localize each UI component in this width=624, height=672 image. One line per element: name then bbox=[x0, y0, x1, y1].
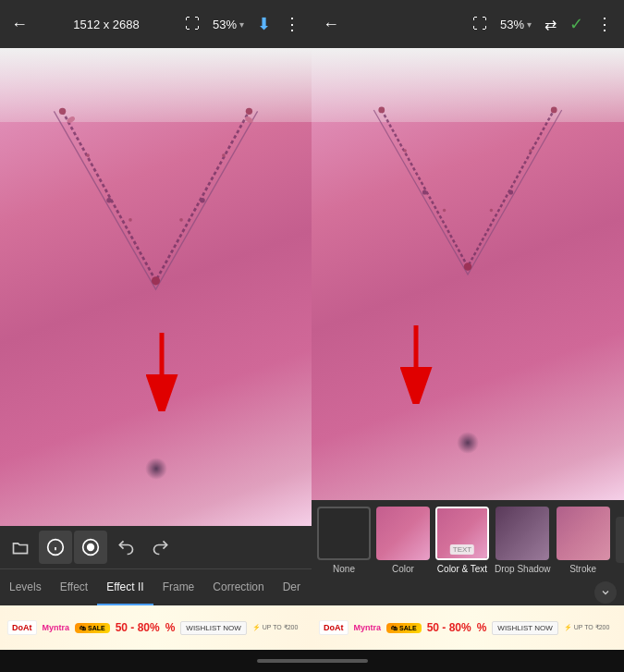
expand-icon-left[interactable]: ⛶ bbox=[185, 16, 200, 32]
svg-point-0 bbox=[59, 108, 66, 115]
ad-wishlist-button[interactable]: WISHLIST NOW bbox=[180, 621, 246, 635]
header-icons-left: ⛶ 53% ▾ ⬇ ⋮ bbox=[185, 14, 300, 34]
image-dimensions-area: 1512 x 2688 bbox=[39, 18, 174, 31]
zoom-control-right[interactable]: 53% ▾ bbox=[500, 18, 532, 31]
garment-image-left bbox=[0, 48, 312, 526]
swap-icon[interactable]: ⇄ bbox=[544, 16, 557, 33]
frame-label-color: Color bbox=[392, 564, 414, 574]
confirm-check-icon[interactable]: ✓ bbox=[569, 14, 583, 34]
image-area-right bbox=[312, 48, 624, 500]
zoom-label-right: 53% bbox=[500, 18, 524, 31]
svg-point-21 bbox=[508, 189, 513, 194]
ad-content-left: DoAt Myntra 🛍 SALE 50 - 80% % WISHLIST N… bbox=[7, 620, 304, 635]
svg-point-25 bbox=[490, 209, 493, 212]
right-panel: ← ⛶ 53% ▾ ⇄ ✓ ⋮ bbox=[312, 0, 624, 650]
svg-point-2 bbox=[152, 276, 160, 285]
svg-point-23 bbox=[404, 149, 407, 152]
svg-point-8 bbox=[222, 153, 226, 157]
svg-point-22 bbox=[551, 107, 557, 114]
zoom-control-left[interactable]: 53% ▾ bbox=[213, 18, 244, 31]
svg-point-18 bbox=[378, 107, 385, 114]
ad-discount-text-right: 50 - 80% bbox=[427, 621, 471, 634]
frame-item-drop-shadow[interactable]: Drop Shadow bbox=[495, 507, 551, 574]
ad-logo-doat-right: DoAt bbox=[319, 620, 349, 635]
tab-effect-ii[interactable]: Effect II bbox=[97, 569, 153, 605]
frame-thumb-none bbox=[317, 507, 371, 560]
ad-banner-right[interactable]: DoAt Myntra 🛍 SALE 50 - 80% % WISHLIST N… bbox=[312, 605, 624, 650]
tab-der[interactable]: Der bbox=[274, 569, 310, 605]
red-arrow-left bbox=[134, 328, 190, 415]
home-indicator bbox=[0, 650, 624, 672]
frame-thumb-color bbox=[376, 507, 430, 560]
left-header: ← 1512 x 2688 ⛶ 53% ▾ ⬇ ⋮ bbox=[0, 0, 312, 48]
info-icon[interactable] bbox=[39, 531, 72, 564]
frame-text-overlay: TEXT bbox=[450, 544, 474, 555]
frame-item-color[interactable]: Color bbox=[376, 507, 430, 574]
small-flower-motif-left bbox=[145, 458, 167, 480]
frame-thumb-drop-shadow bbox=[496, 507, 549, 560]
frame-item-stroke[interactable]: Stroke bbox=[557, 507, 610, 574]
svg-point-7 bbox=[179, 218, 183, 222]
home-bar bbox=[257, 659, 368, 663]
zoom-dropdown-arrow-right: ▾ bbox=[527, 19, 532, 30]
panel-expand-button[interactable] bbox=[616, 517, 624, 563]
ad-sale-badge-right: 🛍 SALE bbox=[386, 623, 422, 633]
tab-frame[interactable]: Frame bbox=[153, 569, 204, 605]
image-dimensions: 1512 x 2688 bbox=[73, 18, 140, 31]
frame-item-color-text[interactable]: TEXT Color & Text bbox=[435, 507, 489, 574]
tab-levels[interactable]: Levels bbox=[0, 569, 51, 605]
svg-point-4 bbox=[246, 108, 252, 115]
ad-banner-left[interactable]: DoAt Myntra 🛍 SALE 50 - 80% % WISHLIST N… bbox=[0, 605, 312, 650]
ad-sale-badge: 🛍 SALE bbox=[75, 623, 110, 633]
ad-discount-text: 50 - 80% bbox=[116, 621, 160, 634]
back-button-right[interactable]: ← bbox=[323, 15, 339, 34]
svg-point-26 bbox=[529, 149, 532, 152]
frame-item-none[interactable]: None bbox=[317, 507, 371, 574]
more-menu-right[interactable]: ⋮ bbox=[596, 14, 613, 34]
ad-logo-doat: DoAt bbox=[7, 620, 37, 635]
scroll-down-button[interactable] bbox=[594, 581, 617, 604]
embroidery-decoration-right bbox=[339, 94, 596, 408]
ad-percent-symbol: % bbox=[165, 621, 176, 634]
red-arrow-right bbox=[388, 321, 444, 408]
svg-point-20 bbox=[464, 263, 471, 270]
ad-content-right: DoAt Myntra 🛍 SALE 50 - 80% % WISHLIST N… bbox=[319, 620, 617, 635]
ad-small-text-right: ⚡ UP TO ₹200 bbox=[564, 624, 610, 631]
ad-percent-symbol-right: % bbox=[477, 621, 487, 634]
image-area-left bbox=[0, 48, 312, 526]
zoom-label-left: 53% bbox=[213, 18, 237, 31]
garment-image-right bbox=[312, 48, 624, 500]
redo-icon[interactable] bbox=[144, 531, 177, 564]
expand-icon-right[interactable]: ⛶ bbox=[472, 16, 487, 32]
frame-label-color-text: Color & Text bbox=[437, 564, 487, 574]
scroll-indicator-area bbox=[312, 580, 624, 605]
frame-selection-panel: None Color TEXT Color & Text bbox=[312, 500, 624, 580]
tab-effect[interactable]: Effect bbox=[51, 569, 97, 605]
ad-brand-myntra: Myntra bbox=[43, 623, 70, 632]
folder-icon[interactable] bbox=[4, 531, 37, 564]
tab-correction[interactable]: Correction bbox=[203, 569, 273, 605]
ad-wishlist-button-right[interactable]: WISHLIST NOW bbox=[492, 621, 557, 635]
target-record-icon[interactable] bbox=[74, 531, 107, 564]
right-header: ← ⛶ 53% ▾ ⇄ ✓ ⋮ bbox=[312, 0, 624, 48]
menu-tabs-left: Levels Effect Effect II Frame Correction… bbox=[0, 568, 312, 605]
svg-point-1 bbox=[106, 198, 112, 203]
svg-point-17 bbox=[88, 544, 94, 551]
svg-point-6 bbox=[128, 218, 132, 222]
small-flower-motif-right bbox=[457, 432, 479, 454]
frame-thumb-stroke bbox=[557, 507, 610, 560]
svg-point-5 bbox=[86, 153, 90, 157]
ad-small-text: ⚡ UP TO ₹200 bbox=[252, 624, 299, 631]
left-panel: ← 1512 x 2688 ⛶ 53% ▾ ⬇ ⋮ bbox=[0, 0, 312, 650]
more-menu-left[interactable]: ⋮ bbox=[284, 14, 300, 34]
download-icon[interactable]: ⬇ bbox=[257, 14, 271, 34]
back-button-left[interactable]: ← bbox=[11, 15, 28, 34]
svg-point-24 bbox=[443, 209, 446, 212]
frame-label-none: None bbox=[333, 564, 355, 574]
undo-icon[interactable] bbox=[109, 531, 142, 564]
ad-brand-myntra-right: Myntra bbox=[354, 623, 382, 632]
header-icons-right: ⛶ 53% ▾ ⇄ ✓ ⋮ bbox=[472, 14, 613, 34]
frame-label-drop-shadow: Drop Shadow bbox=[495, 564, 551, 574]
zoom-dropdown-arrow-left: ▾ bbox=[239, 19, 244, 30]
frame-thumb-color-text: TEXT bbox=[435, 507, 489, 560]
